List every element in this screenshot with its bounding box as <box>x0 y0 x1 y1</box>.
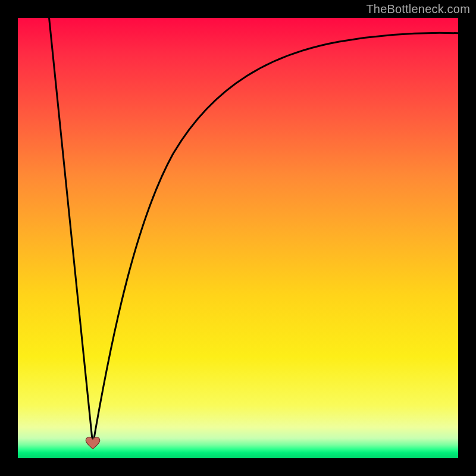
minimum-marker-heart-icon <box>85 437 101 450</box>
chart-frame: TheBottleneck.com <box>0 0 476 476</box>
plot-area <box>18 18 458 458</box>
curve-left-branch <box>49 18 93 445</box>
bottleneck-curve <box>18 18 458 458</box>
watermark-text: TheBottleneck.com <box>366 2 470 16</box>
curve-right-branch <box>93 33 458 445</box>
